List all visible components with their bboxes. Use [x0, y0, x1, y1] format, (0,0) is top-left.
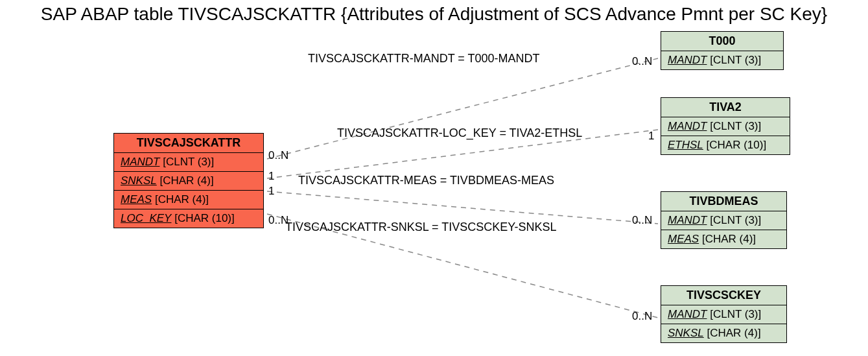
relation-label: TIVSCAJSCKATTR-MEAS = TIVBDMEAS-MEAS	[298, 174, 554, 187]
cardinality: 0..N	[632, 214, 652, 227]
relation-label: TIVSCAJSCKATTR-MANDT = T000-MANDT	[308, 52, 540, 65]
entity-header: TIVSCAJSCKATTR	[114, 134, 263, 153]
entity-header: TIVA2	[661, 98, 790, 117]
cardinality: 1	[648, 130, 654, 143]
entity-tivscsckey: TIVSCSCKEY MANDT [CLNT (3)] SNKSL [CHAR …	[661, 285, 787, 343]
page-title: SAP ABAP table TIVSCAJSCKATTR {Attribute…	[0, 4, 868, 25]
entity-header: TIVBDMEAS	[661, 192, 786, 211]
cardinality: 0..N	[268, 214, 288, 227]
field-row: SNKSL [CHAR (4)]	[661, 324, 786, 342]
entity-header: T000	[661, 32, 783, 51]
cardinality: 0..N	[632, 55, 652, 68]
entity-tivscajsckattr: TIVSCAJSCKATTR MANDT [CLNT (3)] SNKSL [C…	[113, 133, 264, 228]
field-row: MEAS [CHAR (4)]	[114, 191, 263, 209]
field-row: MEAS [CHAR (4)]	[661, 230, 786, 248]
field-row: MANDT [CLNT (3)]	[661, 305, 786, 324]
entity-header: TIVSCSCKEY	[661, 286, 786, 305]
field-row: SNKSL [CHAR (4)]	[114, 172, 263, 191]
field-row: MANDT [CLNT (3)]	[661, 51, 783, 69]
field-row: ETHSL [CHAR (10)]	[661, 136, 790, 154]
svg-line-0	[267, 58, 658, 159]
entity-t000: T000 MANDT [CLNT (3)]	[661, 31, 784, 70]
field-row: MANDT [CLNT (3)]	[114, 153, 263, 172]
relation-label: TIVSCAJSCKATTR-SNKSL = TIVSCSCKEY-SNKSL	[285, 220, 557, 234]
entity-tiva2: TIVA2 MANDT [CLNT (3)] ETHSL [CHAR (10)]	[661, 97, 790, 155]
cardinality: 0..N	[632, 310, 652, 323]
field-row: MANDT [CLNT (3)]	[661, 117, 790, 136]
entity-tivbdmeas: TIVBDMEAS MANDT [CLNT (3)] MEAS [CHAR (4…	[661, 191, 787, 249]
svg-line-2	[267, 191, 658, 224]
field-row: LOC_KEY [CHAR (10)]	[114, 209, 263, 228]
relation-label: TIVSCAJSCKATTR-LOC_KEY = TIVA2-ETHSL	[337, 126, 582, 140]
cardinality: 1	[268, 170, 274, 183]
field-row: MANDT [CLNT (3)]	[661, 211, 786, 230]
cardinality: 1	[268, 185, 274, 198]
cardinality: 0..N	[268, 149, 288, 162]
